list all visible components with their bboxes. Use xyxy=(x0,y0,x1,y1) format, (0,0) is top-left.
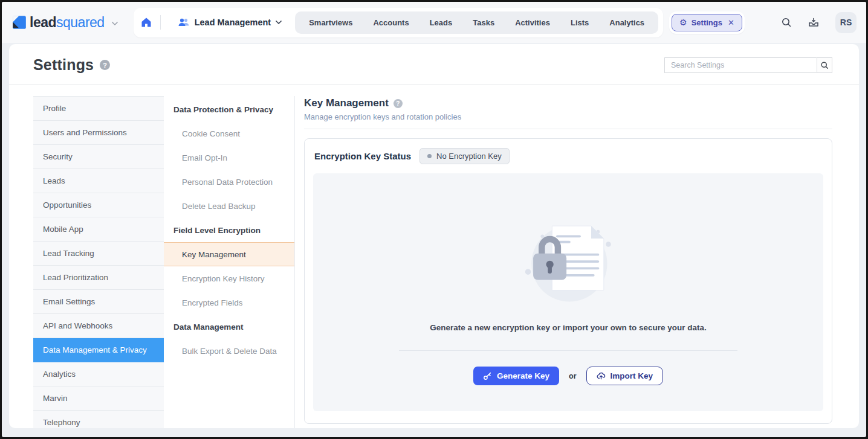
settings-sidebar: Profile Users and Permissions Security L… xyxy=(33,96,164,428)
workspace-label: Lead Management xyxy=(195,18,271,27)
nav-tab-lists[interactable]: Lists xyxy=(560,14,599,31)
search-settings-input[interactable] xyxy=(664,57,817,73)
topbar-right-actions: RS xyxy=(781,12,857,33)
generate-key-button[interactable]: Generate Key xyxy=(473,367,559,385)
sidebar-item-security[interactable]: Security xyxy=(33,145,164,169)
nav-tab-leads[interactable]: Leads xyxy=(419,14,463,31)
leadsquared-logo[interactable]: leadsquared xyxy=(11,14,118,31)
users-icon xyxy=(178,18,190,27)
status-label: Encryption Key Status xyxy=(314,151,411,161)
sidebar-item-profile[interactable]: Profile xyxy=(33,97,164,121)
submenu-item-encrypted-fields[interactable]: Encrypted Fields xyxy=(164,290,294,315)
submenu-item-delete-lead-backup[interactable]: Delete Lead Backup xyxy=(164,194,294,218)
settings-search xyxy=(664,57,832,73)
content-divider xyxy=(304,129,832,129)
submenu-item-email-opt-in[interactable]: Email Opt-In xyxy=(164,146,294,170)
primary-nav-container: Lead Management Smartviews Accounts Lead… xyxy=(134,8,663,37)
import-key-label: Import Key xyxy=(611,371,653,380)
app-window: leadsquared xyxy=(0,0,868,439)
workspace-chevron-down-icon xyxy=(276,21,282,24)
status-dot-icon xyxy=(427,154,432,158)
key-icon xyxy=(483,371,492,380)
settings-panel: Settings ? Profile Users and Permissions… xyxy=(9,44,859,428)
submenu-item-bulk-export-delete-data[interactable]: Bulk Export & Delete Data xyxy=(164,339,294,363)
inbox-import-icon[interactable] xyxy=(808,16,820,28)
settings-submenu: Data Protection & Privacy Cookie Consent… xyxy=(164,96,295,428)
nav-tabs: Smartviews Accounts Leads Tasks Activiti… xyxy=(295,11,658,34)
home-icon[interactable] xyxy=(141,17,152,28)
top-navigation-bar: leadsquared xyxy=(2,2,866,43)
content-title: Key Management xyxy=(304,97,389,109)
home-segment xyxy=(141,15,169,30)
upload-icon xyxy=(597,371,606,380)
submenu-header-data-management: Data Management xyxy=(164,315,294,339)
or-label: or xyxy=(569,372,577,380)
generate-key-label: Generate Key xyxy=(497,371,549,380)
submenu-item-key-management[interactable]: Key Management xyxy=(164,242,294,266)
nav-tab-analytics[interactable]: Analytics xyxy=(599,14,655,31)
submenu-item-encryption-key-history[interactable]: Encryption Key History xyxy=(164,266,294,290)
status-badge-label: No Encryption Key xyxy=(436,152,502,161)
nav-tab-tasks[interactable]: Tasks xyxy=(462,14,505,31)
content-title-row: Key Management ? xyxy=(304,97,832,109)
status-badge: No Encryption Key xyxy=(419,148,510,164)
submenu-item-personal-data-protection[interactable]: Personal Data Protection xyxy=(164,170,294,194)
sidebar-item-users-and-permissions[interactable]: Users and Permissions xyxy=(33,121,164,145)
nav-tab-accounts[interactable]: Accounts xyxy=(363,14,419,31)
sidebar-item-telephony[interactable]: Telephony xyxy=(33,411,164,428)
sidebar-item-mobile-app[interactable]: Mobile App xyxy=(33,217,164,242)
card-header: Encryption Key Status No Encryption Key xyxy=(305,139,832,171)
nav-tab-smartviews[interactable]: Smartviews xyxy=(299,14,363,31)
page-title: Settings xyxy=(33,56,94,74)
settings-body: Profile Users and Permissions Security L… xyxy=(33,96,832,428)
close-icon[interactable]: ✕ xyxy=(728,19,734,27)
empty-state-divider xyxy=(399,350,737,351)
sidebar-item-api-and-webhooks[interactable]: API and Webhooks xyxy=(33,314,164,338)
gear-icon: ⚙ xyxy=(679,18,687,27)
sidebar-item-lead-prioritization[interactable]: Lead Prioritization xyxy=(33,266,164,290)
header-divider xyxy=(9,84,859,85)
sidebar-item-marvin[interactable]: Marvin xyxy=(33,386,164,411)
key-management-help-icon[interactable]: ? xyxy=(394,99,403,108)
sidebar-item-email-settings[interactable]: Email Settings xyxy=(33,290,164,314)
encryption-key-status-card: Encryption Key Status No Encryption Key xyxy=(304,138,832,424)
workspace-switcher[interactable]: Lead Management xyxy=(169,18,291,27)
settings-tab-container: ⚙ Settings ✕ xyxy=(669,11,745,34)
settings-header: Settings ? xyxy=(33,56,832,74)
key-action-buttons: Generate Key or Import Key xyxy=(473,367,663,385)
submenu-header-data-protection-privacy: Data Protection & Privacy xyxy=(164,97,294,121)
submenu-item-cookie-consent[interactable]: Cookie Consent xyxy=(164,121,294,146)
submenu-header-field-level-encryption: Field Level Encryption xyxy=(164,218,294,242)
sidebar-item-opportunities[interactable]: Opportunities xyxy=(33,193,164,217)
key-management-content: Key Management ? Manage encryption keys … xyxy=(295,96,832,428)
empty-state-text: Generate a new encryption key or import … xyxy=(430,323,707,332)
empty-state: Generate a new encryption key or import … xyxy=(313,173,823,411)
import-key-button[interactable]: Import Key xyxy=(586,367,664,385)
sidebar-item-lead-tracking[interactable]: Lead Tracking xyxy=(33,242,164,266)
sidebar-item-leads[interactable]: Leads xyxy=(33,169,164,193)
content-subtitle: Manage encryption keys and rotation poli… xyxy=(304,112,832,121)
search-settings-button[interactable] xyxy=(817,57,832,73)
settings-tab-label: Settings xyxy=(691,18,722,27)
leadsquared-logo-text: leadsquared xyxy=(30,14,105,31)
logo-chevron-down-icon[interactable] xyxy=(112,17,118,28)
sidebar-item-analytics[interactable]: Analytics xyxy=(33,362,164,386)
settings-help-icon[interactable]: ? xyxy=(100,60,110,70)
settings-tab[interactable]: ⚙ Settings ✕ xyxy=(672,14,742,31)
nav-divider xyxy=(160,15,161,30)
leadsquared-logo-icon xyxy=(11,14,27,30)
avatar[interactable]: RS xyxy=(835,12,857,33)
sidebar-item-data-management-privacy[interactable]: Data Management & Privacy xyxy=(33,338,164,362)
search-icon[interactable] xyxy=(781,17,792,28)
lock-document-illustration xyxy=(511,217,626,310)
nav-tab-activities[interactable]: Activities xyxy=(505,14,560,31)
